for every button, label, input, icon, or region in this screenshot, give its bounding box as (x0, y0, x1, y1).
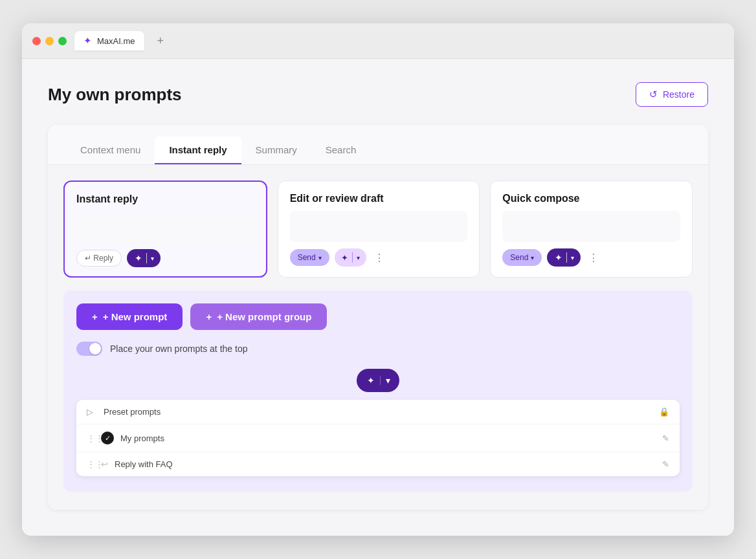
restore-label: Restore (663, 89, 695, 100)
new-prompt-label: + New prompt (103, 311, 168, 322)
preset-prompts-lock-icon: 🔒 (659, 407, 669, 417)
dropdown-panel: ▷ Preset prompts 🔒 ⋮⋮ ✓ My prompts ✎ ⋮⋮ (76, 400, 680, 476)
preset-prompts-arrow-icon: ▷ (87, 407, 97, 417)
reply-faq-drag-icon: ⋮⋮ (87, 459, 94, 469)
instant-reply-card: Instant reply ↵ Reply ✦ ▾ (63, 181, 267, 278)
toggle-switch[interactable] (76, 342, 102, 356)
ai-main-caret-icon: ▾ (386, 375, 390, 386)
more-options-button-1[interactable]: ⋮ (372, 249, 387, 267)
quick-compose-body (502, 211, 680, 242)
maxai-logo-icon: ✦ (83, 35, 92, 47)
separator-3 (566, 252, 567, 263)
instant-reply-card-footer: ↵ Reply ✦ ▾ (76, 249, 254, 267)
tab-instant-reply[interactable]: Instant reply (155, 137, 241, 164)
tabs-bar: Context menu Instant reply Summary Searc… (48, 125, 708, 165)
separator-1 (146, 253, 147, 263)
traffic-lights (32, 37, 67, 45)
toggle-row: Place your own prompts at the top (76, 342, 680, 356)
edit-review-draft-body (290, 211, 468, 242)
toggle-label: Place your own prompts at the top (110, 344, 247, 354)
my-prompts-check-icon: ✓ (101, 432, 114, 444)
quick-compose-card: Quick compose Send ▾ ✦ ▾ ⋮ (490, 181, 693, 278)
page-header: My own prompts ↺ Restore (48, 82, 708, 107)
ai-sparkle-button-2[interactable]: ✦ ▾ (335, 248, 366, 267)
more-options-button-2[interactable]: ⋮ (586, 249, 601, 267)
caret-icon-3: ▾ (571, 254, 574, 261)
main-content: Instant reply ↵ Reply ✦ ▾ (48, 165, 708, 510)
tab-context-menu[interactable]: Context menu (66, 137, 155, 164)
sparkle-icon-3: ✦ (555, 252, 562, 263)
sparkle-icon-1: ✦ (135, 253, 142, 263)
browser-window: ✦ MaxAI.me + My own prompts ↺ Restore Co… (22, 23, 734, 536)
tab-summary[interactable]: Summary (241, 137, 311, 164)
reply-faq-edit-icon[interactable]: ✎ (662, 459, 669, 469)
close-traffic-light[interactable] (32, 37, 41, 45)
separator-2 (352, 252, 353, 263)
dropdown-centered: ✦ ▾ (76, 369, 680, 400)
minimize-traffic-light[interactable] (45, 37, 54, 45)
action-area: + + New prompt + + New prompt group Plac… (63, 290, 693, 492)
ai-sparkle-button-1[interactable]: ✦ ▾ (127, 249, 161, 267)
edit-review-draft-card: Edit or review draft Send ▾ ✦ ▾ ⋮ (278, 181, 480, 278)
edit-review-draft-title: Edit or review draft (290, 193, 468, 204)
quick-compose-footer: Send ▾ ✦ ▾ ⋮ (502, 248, 680, 267)
reply-button[interactable]: ↵ Reply (76, 250, 122, 267)
tab-label: MaxAI.me (97, 36, 135, 46)
dropdown-item-reply-with-faq[interactable]: ⋮⋮ ↩ Reply with FAQ ✎ (76, 452, 680, 476)
my-prompts-label: My prompts (120, 433, 164, 443)
instant-reply-card-body (76, 212, 254, 243)
new-group-icon: + (206, 311, 212, 322)
ai-main-dropdown-button[interactable]: ✦ ▾ (357, 369, 399, 392)
ai-sparkle-button-3[interactable]: ✦ ▾ (547, 248, 581, 267)
send-button-1[interactable]: Send ▾ (290, 249, 329, 266)
send-caret-2: ▾ (531, 254, 534, 261)
edit-review-draft-footer: Send ▾ ✦ ▾ ⋮ (290, 248, 468, 267)
caret-icon-2: ▾ (357, 254, 360, 261)
browser-tab[interactable]: ✦ MaxAI.me (74, 31, 144, 50)
restore-button[interactable]: ↺ Restore (636, 82, 708, 107)
preset-prompts-label: Preset prompts (104, 407, 161, 417)
toggle-knob (89, 343, 101, 355)
dropdown-item-my-prompts[interactable]: ⋮⋮ ✓ My prompts ✎ (76, 424, 680, 452)
quick-compose-title: Quick compose (502, 193, 680, 204)
restore-icon: ↺ (649, 89, 658, 100)
ai-main-separator (380, 376, 381, 385)
new-group-label: + New prompt group (217, 311, 311, 322)
reply-faq-label: Reply with FAQ (115, 459, 173, 469)
send-caret-1: ▾ (318, 254, 322, 261)
reply-faq-arrow-icon: ↩ (101, 459, 108, 469)
my-prompts-drag-icon: ⋮⋮ (87, 433, 94, 443)
dropdown-item-preset-prompts: ▷ Preset prompts 🔒 (76, 400, 680, 424)
browser-content: My own prompts ↺ Restore Context menu In… (22, 59, 734, 536)
sparkle-icon-2: ✦ (341, 253, 348, 263)
instant-reply-card-title: Instant reply (76, 193, 254, 205)
action-buttons-row: + + New prompt + + New prompt group (76, 303, 680, 330)
new-prompt-group-button[interactable]: + + New prompt group (190, 303, 327, 330)
main-card: Context menu Instant reply Summary Searc… (48, 125, 708, 510)
new-prompt-button[interactable]: + + New prompt (76, 303, 183, 330)
ai-main-sparkle-icon: ✦ (367, 375, 375, 386)
tab-search[interactable]: Search (311, 137, 371, 164)
send-button-2[interactable]: Send ▾ (502, 249, 542, 266)
page-title: My own prompts (48, 85, 182, 105)
my-prompts-edit-icon[interactable]: ✎ (662, 433, 669, 443)
caret-icon-1: ▾ (151, 255, 154, 262)
new-prompt-icon: + (92, 311, 98, 322)
maximize-traffic-light[interactable] (58, 37, 67, 45)
new-tab-button[interactable]: + (152, 33, 170, 49)
prompt-cards-row: Instant reply ↵ Reply ✦ ▾ (63, 181, 693, 278)
browser-titlebar: ✦ MaxAI.me + (22, 23, 734, 59)
